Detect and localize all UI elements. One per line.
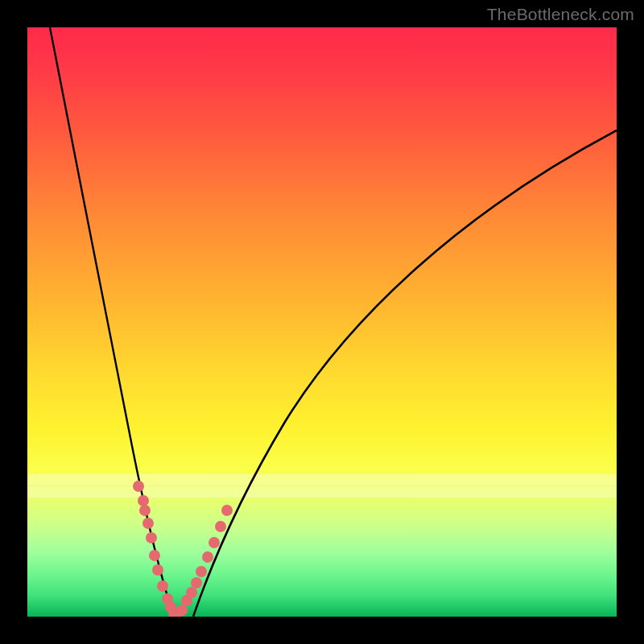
svg-point-5 xyxy=(149,550,160,561)
svg-point-2 xyxy=(139,505,151,516)
svg-point-14 xyxy=(186,587,197,598)
svg-point-17 xyxy=(202,551,213,563)
left-curve xyxy=(50,27,174,617)
svg-point-19 xyxy=(215,521,226,532)
svg-point-6 xyxy=(152,564,163,576)
curve-overlay xyxy=(27,27,617,617)
svg-point-18 xyxy=(208,537,220,548)
svg-point-20 xyxy=(221,505,233,516)
scatter-dots xyxy=(133,481,233,617)
svg-point-7 xyxy=(157,580,168,592)
right-curve xyxy=(193,130,617,617)
svg-point-12 xyxy=(176,605,188,616)
plot-frame xyxy=(27,27,617,617)
svg-point-16 xyxy=(196,566,207,577)
svg-point-3 xyxy=(142,518,154,529)
watermark-text: TheBottleneck.com xyxy=(487,5,634,24)
svg-point-0 xyxy=(133,481,144,492)
svg-point-1 xyxy=(138,495,149,506)
svg-point-15 xyxy=(191,577,202,588)
svg-point-4 xyxy=(146,532,157,543)
